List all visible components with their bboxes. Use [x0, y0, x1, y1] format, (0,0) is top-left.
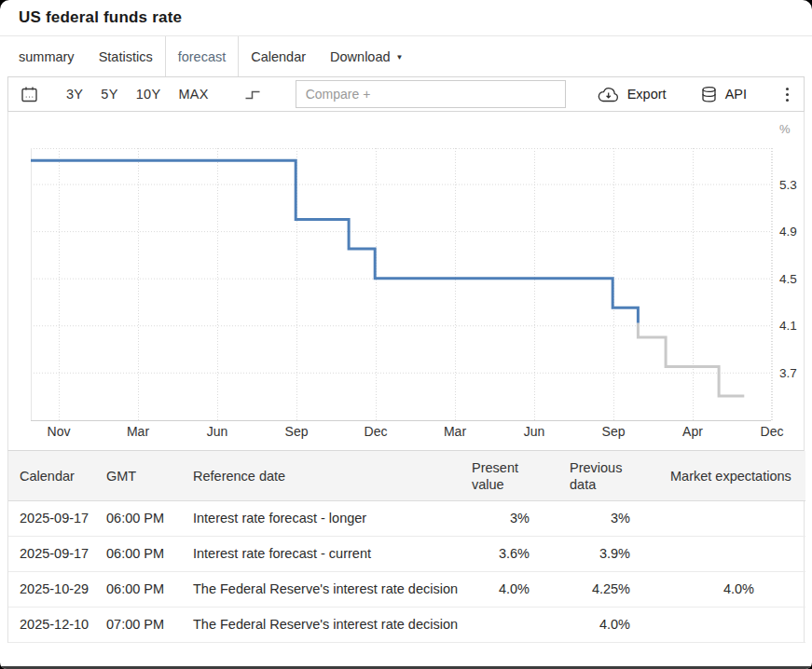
export-button[interactable]: Export	[597, 87, 667, 102]
cloud-download-icon	[597, 87, 620, 102]
chart-area[interactable]: %5.34.94.54.13.7NovMarJunSepDecMarJunSep…	[7, 112, 805, 450]
column-header-gmt: GMT	[96, 451, 183, 501]
svg-text:Nov: Nov	[48, 424, 71, 439]
svg-text:4.5: 4.5	[779, 272, 797, 286]
cell-reference: The Federal Reserve's interest rate deci…	[183, 572, 464, 608]
svg-text:5.3: 5.3	[779, 178, 797, 192]
cell-gmt: 06:00 PM	[96, 501, 183, 537]
svg-text:Jun: Jun	[207, 424, 228, 439]
column-header-calendar: Calendar	[8, 451, 96, 501]
range-button-10y[interactable]: 10Y	[136, 87, 161, 102]
tab-label: forecast	[178, 49, 227, 64]
cell-gmt: 06:00 PM	[96, 537, 183, 572]
table-header: CalendarGMTReference datePresent valuePr…	[8, 451, 805, 501]
tab-summary[interactable]: summary	[7, 36, 87, 76]
table-row: 2025-09-1706:00 PMInterest rate forecast…	[8, 537, 805, 572]
database-icon	[700, 86, 718, 103]
svg-text:Mar: Mar	[127, 424, 149, 439]
compare-input[interactable]	[296, 80, 566, 108]
svg-text:4.9: 4.9	[779, 225, 797, 239]
cell-calendar: 2025-09-17	[8, 537, 96, 572]
range-button-3y[interactable]: 3Y	[66, 87, 83, 102]
tab-forecast[interactable]: forecast	[165, 36, 240, 76]
cell-reference: The Federal Reserve's interest rate deci…	[183, 608, 464, 643]
tab-label: Download	[330, 49, 391, 64]
table-row: 2025-09-1706:00 PMInterest rate forecast…	[8, 501, 805, 537]
chevron-down-icon: ▼	[396, 53, 404, 61]
tab-label: Statistics	[99, 49, 153, 64]
tab-statistics[interactable]: Statistics	[87, 36, 165, 76]
api-button[interactable]: API	[700, 86, 747, 103]
title-bar: US federal funds rate	[0, 0, 812, 36]
cell-present: 4.0%	[464, 572, 537, 608]
cell-market	[638, 501, 805, 537]
cell-gmt: 06:00 PM	[96, 572, 183, 608]
svg-text:Mar: Mar	[444, 424, 466, 439]
cell-gmt: 07:00 PM	[96, 608, 183, 643]
table-row: 2025-12-1007:00 PMThe Federal Reserve's …	[8, 608, 805, 643]
range-button-max[interactable]: MAX	[178, 87, 208, 102]
svg-text:Jun: Jun	[524, 424, 545, 439]
cell-market: 4.0%	[638, 572, 805, 608]
cell-calendar: 2025-09-17	[8, 501, 96, 537]
tab-calendar[interactable]: Calendar	[239, 36, 318, 76]
cell-reference: Interest rate forecast - current	[183, 537, 464, 572]
step-line-icon[interactable]	[244, 88, 261, 101]
cell-present	[464, 608, 537, 643]
range-button-5y[interactable]: 5Y	[101, 87, 117, 102]
cell-reference: Interest rate forecast - longer	[183, 501, 464, 537]
export-label: Export	[627, 87, 667, 102]
column-header-market-expectations: Market expectations	[638, 451, 805, 501]
tab-download[interactable]: Download▼	[318, 36, 415, 76]
column-header-previous-data: Previous data	[537, 451, 638, 501]
cell-present: 3%	[464, 501, 537, 537]
cell-market	[638, 608, 805, 643]
kebab-menu-icon[interactable]	[786, 88, 789, 102]
tab-label: summary	[19, 49, 75, 64]
rate-step-chart: %5.34.94.54.13.7NovMarJunSepDecMarJunSep…	[8, 112, 805, 450]
range-buttons: 3Y5Y10YMAX	[66, 87, 209, 102]
tab-label: Calendar	[251, 49, 306, 64]
page-title: US federal funds rate	[19, 8, 182, 27]
cell-calendar: 2025-12-10	[8, 608, 96, 643]
column-header-reference-date: Reference date	[183, 451, 464, 501]
api-label: API	[725, 87, 747, 102]
cell-calendar: 2025-10-29	[8, 572, 96, 608]
chart-toolbar: 3Y5Y10YMAX Export	[7, 76, 805, 112]
cell-previous: 4.25%	[537, 572, 638, 608]
calendar-icon[interactable]	[21, 86, 38, 103]
calendar-table: CalendarGMTReference datePresent valuePr…	[7, 450, 805, 643]
tab-bar: summaryStatisticsforecastCalendarDownloa…	[0, 36, 812, 76]
column-header-present-value: Present value	[464, 451, 537, 501]
cell-present: 3.6%	[464, 537, 537, 572]
cell-previous: 4.0%	[537, 608, 638, 643]
svg-text:%: %	[779, 122, 791, 136]
svg-text:Dec: Dec	[761, 424, 784, 439]
svg-text:Apr: Apr	[682, 424, 703, 439]
svg-text:4.1: 4.1	[779, 319, 797, 333]
app-window: US federal funds rate summaryStatisticsf…	[0, 0, 812, 669]
cell-market	[638, 537, 805, 572]
cell-previous: 3.9%	[537, 537, 638, 572]
svg-text:3.7: 3.7	[779, 366, 797, 380]
table-row: 2025-10-2906:00 PMThe Federal Reserve's …	[8, 572, 805, 608]
svg-text:Sep: Sep	[285, 424, 309, 439]
cell-previous: 3%	[537, 501, 638, 537]
svg-text:Dec: Dec	[365, 424, 388, 439]
svg-text:Sep: Sep	[602, 424, 626, 439]
